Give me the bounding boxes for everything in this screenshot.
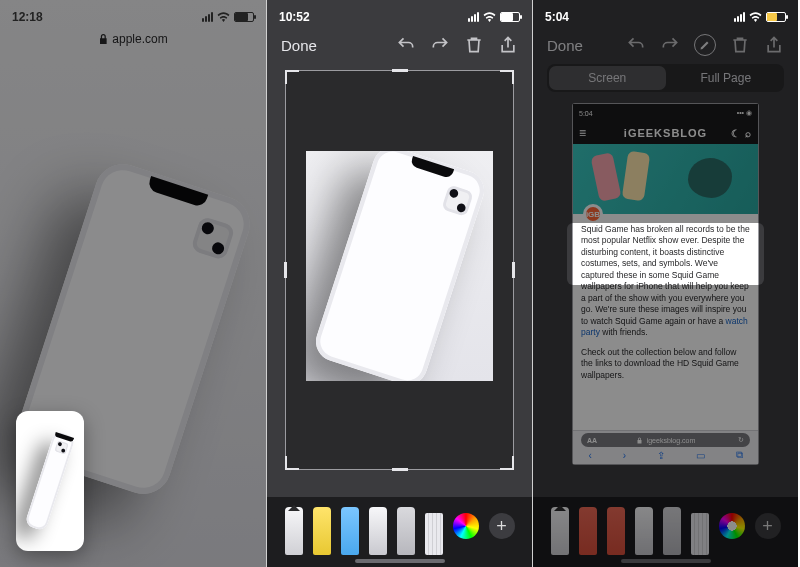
crop-handle-top[interactable] bbox=[392, 69, 408, 72]
crop-handle-left[interactable] bbox=[284, 262, 287, 278]
status-indicators bbox=[202, 12, 254, 22]
redo-button[interactable] bbox=[430, 35, 450, 55]
editor-toolbar: Done bbox=[267, 30, 532, 60]
trash-button[interactable] bbox=[464, 35, 484, 55]
site-badge: iGB bbox=[583, 204, 603, 224]
site-brand: iGEEKSBLOG bbox=[624, 127, 707, 139]
panel-fullpage-markup: 5:04 Done Screen Full Page 5 bbox=[532, 0, 798, 567]
share-icon[interactable]: ⇪ bbox=[657, 450, 665, 461]
status-time: 10:52 bbox=[279, 10, 310, 24]
screenshot-thumbnail[interactable] bbox=[16, 411, 84, 551]
mini-address-bar[interactable]: AA igeeksblog.com ↻ bbox=[581, 433, 750, 447]
text-size-button[interactable]: AA bbox=[587, 437, 597, 444]
article-text: Check out the collection below and follo… bbox=[581, 347, 750, 381]
share-button[interactable] bbox=[764, 35, 784, 55]
tab-screen[interactable]: Screen bbox=[549, 66, 666, 90]
wifi-icon bbox=[483, 12, 496, 22]
redo-button[interactable] bbox=[660, 35, 680, 55]
status-time: 5:04 bbox=[545, 10, 569, 24]
site-header: ≡ iGEEKSBLOG ☾⌕ bbox=[573, 122, 758, 144]
mini-url-host: igeeksblog.com bbox=[647, 437, 696, 444]
crop-canvas[interactable] bbox=[285, 70, 514, 470]
done-button[interactable]: Done bbox=[547, 37, 583, 54]
cellular-icon bbox=[734, 12, 745, 22]
mini-indicators: ••• ◉ bbox=[737, 109, 752, 117]
crop-handle-br[interactable] bbox=[500, 456, 514, 470]
highlighter-tool[interactable] bbox=[579, 507, 597, 555]
screenshot-content bbox=[306, 151, 493, 381]
eraser-tool[interactable] bbox=[397, 507, 415, 555]
cellular-icon bbox=[202, 12, 213, 22]
markup-tool-tray: + bbox=[267, 497, 532, 567]
add-shape-button[interactable]: + bbox=[489, 513, 515, 539]
crop-handle-bl[interactable] bbox=[285, 456, 299, 470]
back-icon[interactable]: ‹ bbox=[588, 450, 591, 461]
tab-full-page[interactable]: Full Page bbox=[668, 64, 785, 92]
capture-mode-segmented[interactable]: Screen Full Page bbox=[547, 64, 784, 92]
article-hero-image: iGB bbox=[573, 144, 758, 214]
status-indicators bbox=[734, 12, 786, 22]
forward-icon[interactable]: › bbox=[623, 450, 626, 461]
crop-handle-tl[interactable] bbox=[285, 70, 299, 84]
pen-tool[interactable] bbox=[551, 507, 569, 555]
crop-handle-right[interactable] bbox=[512, 262, 515, 278]
captured-page[interactable]: 5:04 ••• ◉ ≡ iGEEKSBLOG ☾⌕ iGB Squid Gam… bbox=[573, 104, 758, 464]
marker-tool[interactable] bbox=[607, 507, 625, 555]
search-icon[interactable]: ⌕ bbox=[745, 128, 752, 139]
wifi-icon bbox=[749, 12, 762, 22]
editor-toolbar: Done bbox=[533, 30, 798, 60]
add-shape-button[interactable]: + bbox=[755, 513, 781, 539]
article-text: with friends. bbox=[600, 327, 648, 337]
tabs-icon[interactable]: ⧉ bbox=[736, 449, 743, 461]
mini-safari-bar: AA igeeksblog.com ↻ ‹ › ⇪ ▭ ⧉ bbox=[573, 430, 758, 464]
panel-safari-screenshot-preview: 12:18 apple.com bbox=[0, 0, 266, 567]
markup-toggle-button[interactable] bbox=[694, 34, 716, 56]
hamburger-icon[interactable]: ≡ bbox=[579, 126, 587, 140]
bookmarks-icon[interactable]: ▭ bbox=[696, 450, 705, 461]
article-text: Squid Game has broken all records to be … bbox=[581, 224, 750, 326]
status-bar: 12:18 bbox=[0, 0, 266, 28]
eraser-tool[interactable] bbox=[663, 507, 681, 555]
crop-handle-bottom[interactable] bbox=[392, 468, 408, 471]
battery-icon bbox=[234, 12, 254, 22]
moon-icon[interactable]: ☾ bbox=[731, 128, 741, 139]
markup-tool-tray: + bbox=[533, 497, 798, 567]
battery-icon bbox=[500, 12, 520, 22]
undo-button[interactable] bbox=[396, 35, 416, 55]
mini-status-bar: 5:04 ••• ◉ bbox=[573, 104, 758, 122]
home-indicator[interactable] bbox=[621, 559, 711, 563]
lock-icon bbox=[636, 437, 643, 444]
status-indicators bbox=[468, 12, 520, 22]
pencil-tool[interactable] bbox=[635, 507, 653, 555]
color-picker[interactable] bbox=[719, 513, 745, 539]
mini-time: 5:04 bbox=[579, 110, 593, 117]
pen-tool[interactable] bbox=[285, 507, 303, 555]
color-picker[interactable] bbox=[453, 513, 479, 539]
marker-tool[interactable] bbox=[341, 507, 359, 555]
status-bar: 10:52 bbox=[267, 0, 532, 28]
share-button[interactable] bbox=[498, 35, 518, 55]
cellular-icon bbox=[468, 12, 479, 22]
panel-markup-editor: 10:52 Done bbox=[266, 0, 532, 567]
highlighter-tool[interactable] bbox=[313, 507, 331, 555]
battery-icon bbox=[766, 12, 786, 22]
home-indicator[interactable] bbox=[355, 559, 445, 563]
status-bar: 5:04 bbox=[533, 0, 798, 28]
undo-button[interactable] bbox=[626, 35, 646, 55]
wifi-icon bbox=[217, 12, 230, 22]
crop-handle-tr[interactable] bbox=[500, 70, 514, 84]
trash-button[interactable] bbox=[730, 35, 750, 55]
status-time: 12:18 bbox=[12, 10, 43, 24]
ruler-tool[interactable] bbox=[691, 513, 709, 555]
pencil-tool[interactable] bbox=[369, 507, 387, 555]
reload-icon[interactable]: ↻ bbox=[738, 436, 744, 444]
done-button[interactable]: Done bbox=[281, 37, 317, 54]
ruler-tool[interactable] bbox=[425, 513, 443, 555]
article-body: Squid Game has broken all records to be … bbox=[581, 224, 750, 430]
